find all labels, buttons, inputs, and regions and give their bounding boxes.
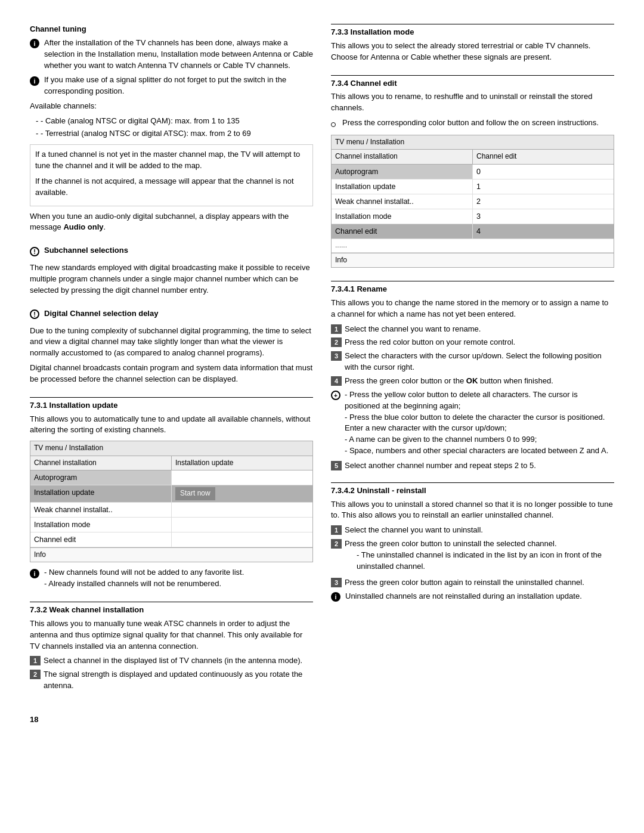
- step-732-2: 2 The signal strength is displayed and u…: [30, 669, 313, 692]
- menu-row-0: Autoprogram: [30, 470, 312, 485]
- step-7341-content-2: Press the red color button on your remot…: [345, 337, 614, 348]
- sub-step-7342-2: The uninstalled channel is indicated in …: [345, 550, 614, 572]
- step-num-1: 1: [30, 656, 41, 665]
- start-now-button[interactable]: Start now: [175, 487, 215, 500]
- menu-row-2: Weak channel installat..: [30, 503, 312, 518]
- section-731: 7.3.1 Installation update This allows yo…: [30, 397, 313, 593]
- step-7341-num-5: 5: [331, 461, 342, 470]
- tv-menu-734-col-headers: Channel installation Channel edit: [332, 150, 614, 164]
- section-7341-para: This allows you to change the name store…: [331, 298, 614, 320]
- step-7341-5: 5 Select another channel number and repe…: [331, 460, 614, 472]
- right-column: 7.3.3 Installation mode This allows you …: [331, 24, 614, 702]
- note-7341-line2: - Press the blue color button to delete …: [345, 412, 614, 435]
- left-column: Channel tuning i After the installation …: [30, 24, 313, 702]
- step-7342-num-2: 2: [331, 539, 342, 549]
- step-7342-2: 2 Press the green color button to uninst…: [331, 538, 614, 575]
- step-7341-4: 4 Press the green color button or the OK…: [331, 376, 614, 387]
- note-7341-line3: - A name can be given to the channel num…: [345, 434, 614, 445]
- step-7341-3: 3 Select the characters with the cursor …: [331, 351, 614, 373]
- section-732-title: 7.3.2 Weak channel installation: [30, 602, 313, 616]
- menu-734-ellipsis: ......: [332, 239, 473, 252]
- available-channels-label: Available channels:: [30, 101, 313, 112]
- tv-menu-731-info: Info: [30, 547, 312, 562]
- menu-734-cell-0-1: Autoprogram: [332, 165, 473, 179]
- channel-tuning-para1: After the installation of the TV channel…: [44, 38, 313, 72]
- menu-cell-4-2: [172, 532, 312, 547]
- section-732: 7.3.2 Weak channel installation This all…: [30, 602, 313, 694]
- menu-cell-1-1: Installation update: [30, 485, 172, 501]
- section-7342: 7.3.4.2 Uninstall - reinstall This allow…: [331, 482, 614, 606]
- note-icon-1: i: [30, 568, 41, 579]
- digital-channel-section: ! Digital Channel selection delay Due to…: [30, 308, 313, 389]
- step-7341-content-4: Press the green color button or the OK b…: [345, 376, 614, 387]
- menu-734-cell-4-1: Channel edit: [332, 224, 473, 239]
- section-733-para: This allows you to select the already st…: [331, 41, 614, 63]
- tv-menu-734-header: TV menu / Installation: [332, 135, 614, 150]
- channels-list: - Cable (analog NTSC or digital QAM): ma…: [30, 116, 313, 140]
- col-734-header-1: Channel installation: [332, 150, 473, 164]
- step-7341-num-1: 1: [331, 324, 342, 334]
- subchannel-title-block: ! Subchannel selections: [30, 245, 313, 259]
- note-7342-block: i Uninstalled channels are not reinstall…: [331, 591, 614, 603]
- subchannel-title: Subchannel selections: [44, 245, 128, 256]
- step-7342-num-1: 1: [331, 525, 342, 535]
- section-7341-title: 7.3.4.1 Rename: [331, 281, 614, 295]
- step-content-1: Select a channel in the displayed list o…: [44, 655, 313, 667]
- channel-tuning-indent: If a tuned channel is not yet in the mas…: [30, 144, 313, 206]
- menu-734-cell-2-1: Weak channel installat..: [332, 194, 473, 209]
- channel-tuning-para2-block: i If you make use of a signal splitter d…: [30, 75, 313, 97]
- digital-channel-para2: Digital channel broadcasts contain progr…: [30, 363, 313, 385]
- menu-734-row-2: Weak channel installat.. 2: [332, 194, 614, 209]
- menu-cell-1-2: Start now: [172, 485, 312, 501]
- section-733-title: 7.3.3 Installation mode: [331, 24, 614, 38]
- menu-cell-2-2: [172, 503, 312, 517]
- step-7341-num-3: 3: [331, 351, 342, 361]
- indent-para2: If the channel is not acquired, a messag…: [35, 175, 308, 199]
- step-7342-content-2: Press the green color button to uninstal…: [345, 538, 614, 575]
- info-icon-1: i: [30, 38, 41, 49]
- note-block-1: i - New channels found will not be added…: [30, 567, 313, 590]
- step-7341-num-4: 4: [331, 376, 342, 386]
- cable-line: - Cable (analog NTSC or digital QAM): ma…: [36, 116, 313, 127]
- step-7341-content-3: Select the characters with the cursor up…: [345, 351, 614, 373]
- section-734: 7.3.4 Channel edit This allows you to re…: [331, 75, 614, 273]
- step-7341-2: 2 Press the red color button on your rem…: [331, 337, 614, 348]
- digital-channel-icon: !: [30, 309, 41, 320]
- section-734-para: This allows you to rename, to reshuffle …: [331, 91, 614, 114]
- section-733: 7.3.3 Installation mode This allows you …: [331, 24, 614, 67]
- info-icon-7342: i: [331, 592, 342, 603]
- menu-cell-0-2: [172, 470, 312, 485]
- menu-row-4: Channel edit: [30, 532, 312, 547]
- step-7341-content-5: Select another channel number and repeat…: [345, 460, 614, 472]
- menu-cell-4-1: Channel edit: [30, 532, 172, 547]
- terrestrial-line: - Terrestrial (analog NTSC or digital AT…: [36, 128, 313, 140]
- step-content-2: The signal strength is displayed and upd…: [44, 669, 313, 692]
- menu-cell-0-1: Autoprogram: [30, 470, 172, 485]
- step-7341-1: 1 Select the channel you want to rename.: [331, 324, 614, 335]
- tv-menu-734-info: Info: [332, 253, 614, 267]
- step-732-1: 1 Select a channel in the displayed list…: [30, 655, 313, 667]
- digital-channel-title: Digital Channel selection delay: [44, 308, 158, 320]
- menu-734-row-4: Channel edit 4: [332, 224, 614, 239]
- step-7342-content-3: Press the green color button again to re…: [345, 577, 614, 589]
- col-header-2: Installation update: [172, 456, 312, 470]
- channel-tuning-title: Channel tuning: [30, 24, 313, 35]
- note-7341-content: - Press the yellow color button to delet…: [345, 389, 614, 457]
- menu-734-cell-2-2: 2: [473, 194, 614, 209]
- menu-734-ellipsis-2: [473, 239, 614, 252]
- step-num-2: 2: [30, 670, 41, 679]
- channel-tuning-para2: If you make use of a signal splitter do …: [44, 75, 313, 97]
- menu-734-row-0: Autoprogram 0: [332, 165, 614, 179]
- note-7342-text: Uninstalled channels are not reinstalled…: [345, 591, 582, 602]
- section-734-title: 7.3.4 Channel edit: [331, 75, 614, 89]
- col-header-1: Channel installation: [30, 456, 172, 470]
- menu-734-cell-3-1: Installation mode: [332, 209, 473, 224]
- note-7341-line1: - Press the yellow color button to delet…: [345, 389, 614, 412]
- menu-734-cell-4-2: 4: [473, 224, 614, 239]
- menu-cell-2-1: Weak channel installat..: [30, 503, 172, 517]
- menu-row-3: Installation mode: [30, 518, 312, 532]
- subchannel-section: ! Subchannel selections The new standard…: [30, 245, 313, 299]
- subchannel-icon: !: [30, 246, 41, 257]
- note-line-2: - Already installed channels will not be…: [44, 578, 244, 590]
- info-icon-2: i: [30, 75, 41, 86]
